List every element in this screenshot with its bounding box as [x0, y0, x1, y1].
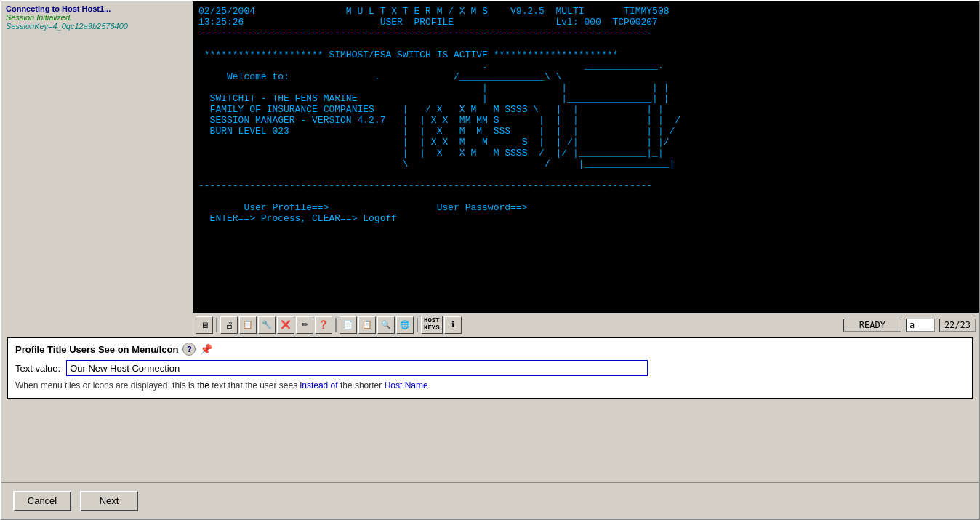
- help-icon[interactable]: ?: [182, 343, 196, 356]
- text-value-label: Text value:: [15, 363, 60, 374]
- session-key-status: SessionKey=4_0qc12a9b2576400: [6, 22, 188, 31]
- description-text: When menu tiles or icons are displayed, …: [15, 380, 965, 391]
- desc-host: Host Name: [385, 380, 428, 391]
- toolbar-btn-6[interactable]: 🔍: [377, 316, 395, 334]
- desc-the: the: [197, 380, 209, 391]
- session-init-status: Session Initialized.: [6, 13, 188, 22]
- profile-form-title-bar: Profile Title Users See on Menu/Icon ? 📌: [15, 343, 965, 356]
- desc-instead: instead of: [300, 380, 338, 391]
- terminal-screen[interactable]: 02/25/2004 M U L T X T E R M / X M S V9.…: [193, 1, 979, 313]
- toolbar-btn-7[interactable]: 🌐: [396, 316, 414, 334]
- toolbar-btn-2[interactable]: 📋: [239, 316, 257, 334]
- bottom-bar: Cancel Next: [1, 482, 979, 519]
- profile-form-frame: Profile Title Users See on Menu/Icon ? 📌…: [7, 337, 973, 399]
- toolbar-btn-5[interactable]: ✏: [296, 316, 313, 334]
- text-value-input[interactable]: [66, 360, 648, 376]
- desc-part1: When menu tiles or icons are displayed, …: [15, 380, 197, 391]
- text-value-row: Text value:: [15, 360, 965, 376]
- desc-part3: the shorter: [338, 380, 385, 391]
- toolbar-btn-copy[interactable]: 📄: [340, 316, 357, 334]
- status-input: a: [906, 319, 935, 332]
- profile-form-title: Profile Title Users See on Menu/Icon: [15, 344, 178, 355]
- desc-part2: text that the user sees: [209, 380, 300, 391]
- host-keys-button[interactable]: HOSTKEYS: [421, 316, 443, 335]
- toolbar-btn-1[interactable]: 🖥: [196, 316, 213, 334]
- terminal-wrapper: 02/25/2004 M U L T X T E R M / X M S V9.…: [193, 1, 979, 336]
- toolbar-btn-help[interactable]: ❓: [315, 316, 332, 334]
- cancel-button[interactable]: Cancel: [13, 491, 71, 511]
- status-position: 22/23: [939, 319, 976, 332]
- toolbar-btn-3[interactable]: 🔧: [258, 316, 276, 334]
- left-panel: Connecting to Host Host1... Session Init…: [1, 1, 193, 336]
- toolbar-right: READY a 22/23: [843, 319, 976, 332]
- toolbar: 🖥 🖨 📋 🔧 ❌ ✏ ❓ 📄 📋 🔍 🌐 HOSTKEYS ℹ READY a: [193, 313, 979, 336]
- toolbar-btn-4[interactable]: ❌: [277, 316, 294, 334]
- toolbar-sep-1: [216, 318, 217, 332]
- status-ready: READY: [843, 319, 901, 332]
- toolbar-btn-print[interactable]: 🖨: [220, 316, 238, 334]
- toolbar-sep-3: [417, 318, 418, 332]
- toolbar-btn-info[interactable]: ℹ: [444, 316, 462, 334]
- toolbar-sep-2: [335, 318, 337, 332]
- next-button[interactable]: Next: [80, 491, 138, 511]
- pin-icon[interactable]: 📌: [200, 343, 212, 355]
- connecting-status: Connecting to Host Host1...: [6, 4, 188, 13]
- toolbar-btn-paste[interactable]: 📋: [358, 316, 376, 334]
